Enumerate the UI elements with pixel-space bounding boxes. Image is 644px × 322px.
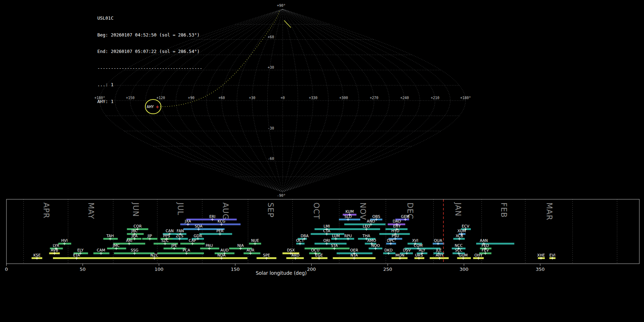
shower-peak-marker-ARI xyxy=(128,242,131,245)
shower-label-OCU: OCU xyxy=(311,248,319,252)
map-latitude-label: -90° xyxy=(277,194,286,197)
month-label: JUN xyxy=(131,202,140,217)
shower-peak-marker-RPU xyxy=(347,238,350,240)
shower-label-DKD: DKD xyxy=(384,248,392,252)
shower-label-ELY: ELY xyxy=(77,248,84,252)
x-tick-label: 250 xyxy=(383,267,392,272)
map-longitude-label: +300 xyxy=(339,96,348,100)
shower-label-ECV: ECV xyxy=(462,224,470,228)
shower-label-LUM: LUM xyxy=(332,234,340,238)
shower-label-THA: THA xyxy=(362,234,370,238)
x-tick-label: 50 xyxy=(80,267,86,272)
shower-label-SPE: SPE xyxy=(263,253,270,257)
shower-label-FED: FED xyxy=(482,243,489,248)
shower-label-JEA: JEA xyxy=(131,234,138,238)
shower-label-KSE: KSE xyxy=(33,253,40,257)
shower-label-AUD: AUD xyxy=(220,248,229,252)
shower-peak-marker-AVB xyxy=(53,252,56,255)
shower-bar-AUR xyxy=(244,253,260,254)
shower-peak-marker-DPC xyxy=(389,242,392,245)
shower-label-DPC: DPC xyxy=(387,238,395,243)
grid-meridian xyxy=(283,9,389,192)
shower-label-ERI: ERI xyxy=(209,214,215,219)
shower-label-KCG: KCG xyxy=(218,219,225,223)
shower-label-LYR: LYR xyxy=(53,243,59,248)
shower-label-ETA: ETA xyxy=(73,253,80,257)
shower-label-CAM: CAM xyxy=(97,248,106,252)
x-tick-label: 300 xyxy=(459,267,468,272)
shower-peak-marker-JXA xyxy=(186,223,189,226)
shower-label-ARD: ARD xyxy=(292,253,300,257)
meteor-trail xyxy=(284,20,291,28)
shower-peak-marker-URS xyxy=(418,257,420,260)
shower-peak-marker-EVI xyxy=(551,257,554,260)
month-label: OCT xyxy=(312,203,321,219)
shower-peak-marker-NOO xyxy=(374,247,377,250)
shower-label-GDR: GDR xyxy=(194,234,202,238)
shower-label-XUM: XUM xyxy=(457,229,466,233)
shower-label-PSU: PSU xyxy=(392,234,399,238)
shower-peak-marker-DSV xyxy=(405,252,408,255)
shower-label-PER: PER xyxy=(216,229,224,233)
shower-label-SZC: SZC xyxy=(161,238,169,243)
shower-peak-marker-LUM xyxy=(335,238,337,240)
shower-peak-marker-PAU xyxy=(208,247,211,250)
shower-label-NDA: NDA xyxy=(218,253,226,257)
shower-peak-marker-PER xyxy=(219,233,221,235)
shower-peak-marker-OBS xyxy=(375,218,378,221)
shower-peak-marker-OCT xyxy=(299,242,302,245)
shower-label-ARI: ARI xyxy=(126,238,132,243)
meteor-station-summary: USL01C Beg: 20260107 04:52:50 (sol = 286… xyxy=(0,0,644,322)
shower-bar-ETA xyxy=(53,257,116,259)
shower-label-XCB: XCB xyxy=(456,234,463,238)
shower-label-XHE: XHE xyxy=(537,253,545,257)
shower-label-CTA: CTA xyxy=(323,229,331,233)
shower-label-OCT: OCT xyxy=(296,238,304,243)
shower-label-OBS: OBS xyxy=(372,214,380,219)
shower-peak-marker-JMC xyxy=(115,247,118,250)
shower-label-ALY: ALY xyxy=(419,248,426,252)
shower-label-OER: OER xyxy=(350,248,358,252)
shower-label-NTA: NTA xyxy=(351,253,358,257)
shower-peak-marker-NTA xyxy=(353,257,356,260)
grid-meridian xyxy=(283,9,343,192)
shower-label-NUE: NUE xyxy=(251,238,259,243)
shower-peak-marker-JEA xyxy=(133,238,136,240)
shower-label-DSV: DSV xyxy=(403,248,411,252)
shower-peak-marker-STA xyxy=(333,247,336,250)
grid-meridian xyxy=(237,9,283,192)
month-label: NOV xyxy=(358,203,367,220)
shower-label-URS: URS xyxy=(415,253,423,257)
shower-bar-PCA xyxy=(157,253,204,254)
shower-label-OHY: OHY xyxy=(474,253,483,257)
shower-label-ORI: ORI xyxy=(323,238,330,243)
observation-begin: Beg: 20260107 04:52:50 (sol = 286.53°) xyxy=(97,32,203,38)
radiant-sky-map: +180°+150+120+90+60+30+0+330+300+270+240… xyxy=(0,0,644,197)
shower-bar-PER xyxy=(199,233,232,235)
shower-label-DRA: DRA xyxy=(301,234,309,238)
shower-peak-marker-ZCS xyxy=(178,238,181,240)
shower-bar-SLD xyxy=(339,219,360,220)
shower-label-AVB: AVB xyxy=(51,248,58,252)
shower-label-AHY: AHY xyxy=(436,253,444,257)
shower-peak-marker-FEV xyxy=(484,252,487,255)
shower-peak-marker-SSG xyxy=(133,252,136,255)
shower-peak-marker-ORI xyxy=(325,242,328,245)
shower-label-AAN: AAN xyxy=(480,238,488,243)
shower-label-FAN: FAN xyxy=(177,229,184,233)
shower-peak-marker-JIP xyxy=(148,238,151,240)
map-longitude-label: +210 xyxy=(431,96,439,100)
shower-label-KUM: KUM xyxy=(345,209,353,214)
shower-label-LMI: LMI xyxy=(323,224,330,228)
shower-label-TAH: TAH xyxy=(106,234,114,238)
x-tick-label: 100 xyxy=(155,267,164,272)
map-longitude-label: +60 xyxy=(219,96,225,100)
shower-label-RPU: RPU xyxy=(344,234,352,238)
count-unclassified: ...: 1 xyxy=(97,82,203,88)
shower-peak-marker-XCB xyxy=(458,238,461,240)
shower-label-JLE: JLE xyxy=(436,248,442,252)
grid-meridian xyxy=(283,9,328,192)
month-label: JUL xyxy=(176,202,185,215)
shower-label-MON: MON xyxy=(395,253,404,257)
month-label: JAN xyxy=(454,202,462,216)
